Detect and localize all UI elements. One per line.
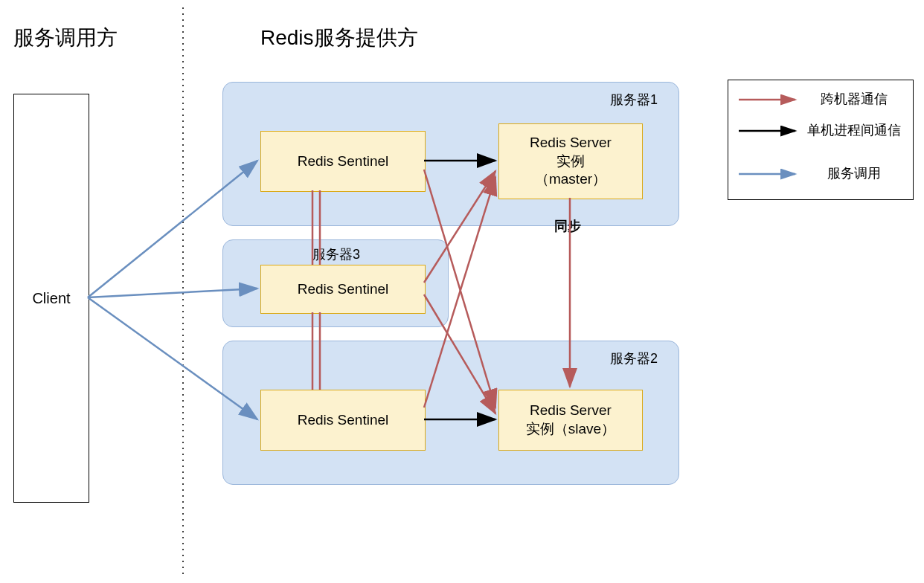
legend-row-service-call: 服务调用 — [736, 165, 905, 183]
legend-box: 跨机器通信 单机进程间通信 服务调用 — [728, 80, 914, 200]
sentinel-2-box: Redis Sentinel — [260, 265, 426, 314]
legend-row-local-ipc: 单机进程间通信 — [736, 122, 905, 140]
redis-master-box: Redis Server 实例 （master） — [498, 123, 643, 199]
server-2-label: 服务器2 — [610, 350, 658, 367]
legend-text-service-call: 服务调用 — [803, 166, 905, 182]
sentinel-3-label: Redis Sentinel — [298, 411, 389, 430]
client-label: Client — [32, 290, 70, 307]
redis-slave-box: Redis Server 实例（slave） — [498, 390, 643, 451]
server-1-label: 服务器1 — [610, 91, 658, 109]
heading-provider-side: Redis服务提供方 — [260, 24, 418, 52]
legend-arrow-blue-icon — [736, 165, 803, 183]
heading-client-side: 服务调用方 — [13, 24, 118, 52]
legend-text-local-ipc: 单机进程间通信 — [803, 123, 905, 139]
sync-label: 同步 — [554, 217, 581, 235]
sentinel-2-label: Redis Sentinel — [298, 280, 389, 299]
server-3-label: 服务器3 — [312, 245, 360, 263]
legend-arrow-red-icon — [736, 91, 803, 109]
client-box: Client — [13, 94, 89, 503]
redis-slave-label: Redis Server 实例（slave） — [526, 402, 615, 438]
legend-arrow-black-icon — [736, 122, 803, 140]
legend-text-cross-machine: 跨机器通信 — [803, 91, 905, 108]
sentinel-1-box: Redis Sentinel — [260, 131, 426, 192]
sentinel-3-box: Redis Sentinel — [260, 390, 426, 451]
redis-master-label: Redis Server 实例 （master） — [530, 134, 612, 189]
sentinel-1-label: Redis Sentinel — [298, 152, 389, 171]
legend-row-cross-machine: 跨机器通信 — [736, 91, 905, 109]
